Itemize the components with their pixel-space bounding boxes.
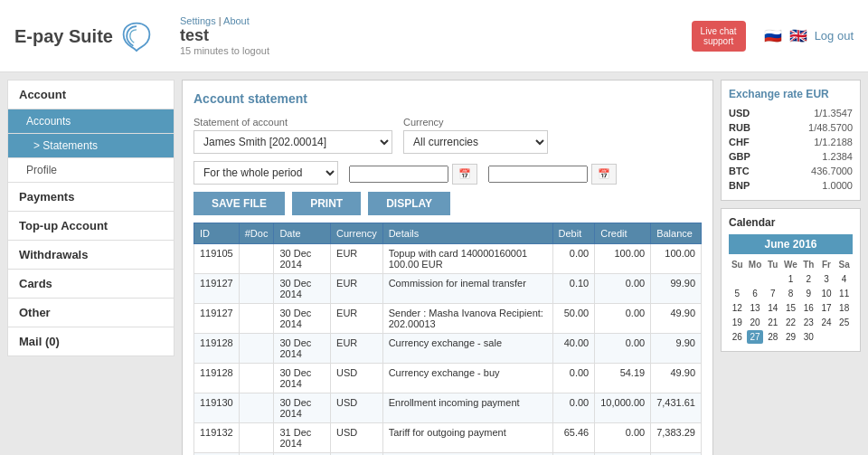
cell-currency: USD	[331, 393, 383, 423]
date-from-group: 📅	[349, 164, 477, 185]
calendar-day[interactable]: 21	[764, 316, 781, 329]
account-statement-panel: Account statement Statement of account J…	[182, 80, 713, 455]
content-area: Account statement Statement of account J…	[182, 80, 713, 455]
sidebar-item-payments[interactable]: Payments	[7, 183, 175, 212]
date-to-input[interactable]	[488, 166, 588, 183]
currency-code: BNP	[729, 180, 750, 191]
calendar-day[interactable]: 5	[729, 287, 746, 300]
sidebar-item-cards[interactable]: Cards	[7, 270, 175, 299]
save-file-button[interactable]: SAVE FILE	[193, 192, 285, 215]
cell-id: 119128	[194, 364, 240, 393]
calendar-day[interactable]: 16	[800, 301, 817, 315]
calendar-day[interactable]: 30	[800, 330, 817, 344]
settings-link[interactable]: Settings	[180, 15, 216, 26]
panel-title: Account statement	[193, 91, 702, 106]
calendar-today[interactable]: 27	[747, 330, 764, 344]
sidebar-item-topup[interactable]: Top-up Account	[7, 212, 175, 241]
header-row: ID#DocDateCurrencyDetailsDebitCreditBala…	[194, 223, 702, 244]
period-select[interactable]: For the whole period	[193, 161, 338, 185]
calendar-day[interactable]: 7	[764, 287, 781, 300]
calendar-day[interactable]: 11	[835, 287, 853, 300]
sidebar-item-mail[interactable]: Mail (0)	[7, 327, 175, 356]
support-label: support	[701, 36, 737, 46]
cell-debit: 40.00	[552, 334, 595, 364]
calendar-day	[764, 272, 781, 286]
table-row: 11912830 Dec 2014USDCurrency exchange - …	[194, 364, 702, 393]
logo-text: E-pay Suite	[14, 27, 113, 45]
calendar-day[interactable]: 13	[747, 301, 764, 315]
sidebar-item-account[interactable]: Account	[7, 80, 175, 109]
calendar-day[interactable]: 2	[800, 272, 817, 286]
table-body: 11910530 Dec 2014EURTopup with card 1400…	[194, 244, 702, 456]
calendar-day[interactable]: 14	[764, 301, 781, 315]
calendar-day[interactable]: 4	[835, 272, 853, 286]
date-from-calendar-button[interactable]: 📅	[452, 164, 477, 185]
exchange-rate-row: RUB1/48.5700	[729, 120, 853, 135]
calendar-day[interactable]: 23	[800, 316, 817, 329]
display-button[interactable]: DISPLAY	[368, 192, 450, 215]
cell-date: 30 Dec 2014	[274, 393, 331, 423]
calendar-day[interactable]: 18	[835, 301, 853, 315]
statement-account-select[interactable]: James Smith [202.00014]	[193, 130, 392, 154]
uk-flag-icon[interactable]: 🇬🇧	[789, 27, 807, 44]
calendar-day[interactable]: 15	[782, 301, 799, 315]
currency-select[interactable]: All currencies	[403, 130, 548, 154]
calendar-day[interactable]: 12	[729, 301, 746, 315]
print-button[interactable]: PRINT	[292, 192, 361, 215]
calendar-day[interactable]: 25	[835, 316, 853, 329]
cell-balance: 49.90	[651, 304, 702, 334]
calendar-day[interactable]: 26	[729, 330, 746, 344]
logout-button[interactable]: Log out	[815, 29, 854, 43]
calendar-day[interactable]: 20	[747, 316, 764, 329]
header-middle: Settings | About test 15 minutes to logo…	[180, 15, 674, 56]
calendar-day[interactable]: 28	[764, 330, 781, 344]
logo-icon	[120, 20, 153, 52]
rate-value: 1/48.5700	[808, 122, 853, 133]
currency-code: CHF	[729, 137, 750, 147]
calendar-day[interactable]: 3	[818, 272, 835, 286]
date-to-group: 📅	[488, 164, 617, 185]
cell-debit: 0.10	[552, 274, 595, 304]
calendar-day[interactable]: 29	[782, 330, 799, 344]
statement-table: ID#DocDateCurrencyDetailsDebitCreditBala…	[193, 223, 702, 455]
calendar-day[interactable]: 17	[818, 301, 835, 315]
sidebar-item-other[interactable]: Other	[7, 299, 175, 327]
cell-details: Sender : Masha Ivanova Recipient: 202.00…	[382, 304, 552, 334]
calendar-day[interactable]: 9	[800, 287, 817, 300]
calendar-day[interactable]: 1	[782, 272, 799, 286]
right-panel: Exchange rate EUR USD1/1.3547RUB1/48.570…	[721, 80, 861, 455]
cell-debit: 0.00	[552, 393, 595, 423]
table-row: 11913231 Dec 2014USDTariff for outgoing …	[194, 423, 702, 453]
sidebar-item-statements[interactable]: > Statements	[7, 134, 175, 158]
about-link[interactable]: About	[223, 15, 250, 26]
calendar-day[interactable]: 24	[818, 316, 835, 329]
calendar-month-year: June 2016	[729, 234, 853, 254]
cell-doc	[239, 334, 274, 364]
date-from-input[interactable]	[349, 166, 448, 183]
calendar-day[interactable]: 6	[747, 287, 764, 300]
cell-debit: 65.46	[552, 423, 595, 453]
calendar-day[interactable]: 8	[782, 287, 799, 300]
cell-details: Commission for inemal transfer	[382, 274, 552, 304]
statement-account-group: Statement of account James Smith [202.00…	[193, 117, 392, 154]
cell-credit: 100.00	[595, 244, 651, 274]
date-to-calendar-button[interactable]: 📅	[591, 164, 617, 185]
live-chat-label: Live chat	[701, 26, 737, 36]
exchange-rate-row: USD1/1.3547	[729, 106, 853, 120]
sidebar-item-profile[interactable]: Profile	[7, 158, 175, 183]
cell-date: 30 Dec 2014	[274, 274, 331, 304]
header-right: 🇷🇺 🇬🇧 Log out	[764, 27, 854, 44]
calendar-day[interactable]: 19	[729, 316, 746, 329]
calendar-day[interactable]: 22	[782, 316, 799, 329]
sidebar-item-withdrawals[interactable]: Withdrawals	[7, 241, 175, 270]
live-chat-button[interactable]: Live chat support	[692, 21, 746, 52]
header-links: Settings | About	[180, 15, 674, 26]
calendar-grid: SuMoTuWeThFrSa12345678910111213141516171…	[729, 258, 853, 344]
calendar-day[interactable]: 10	[818, 287, 835, 300]
form-row-1: Statement of account James Smith [202.00…	[193, 117, 702, 154]
col-header-balance: Balance	[651, 223, 702, 244]
russia-flag-icon[interactable]: 🇷🇺	[764, 27, 782, 44]
sidebar-item-accounts[interactable]: Accounts	[7, 109, 175, 134]
cell-balance: 9.90	[651, 334, 702, 364]
currency-label: Currency	[403, 117, 548, 128]
